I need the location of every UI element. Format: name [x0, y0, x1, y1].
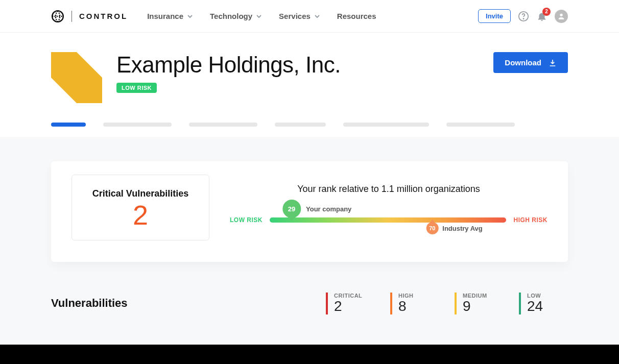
svg-point-3	[560, 13, 562, 16]
stat-low: LOW 24	[519, 293, 568, 314]
stat-critical: CRITICAL 2	[326, 293, 375, 314]
nav-item-resources[interactable]: Resources	[337, 12, 376, 20]
tab-placeholder[interactable]	[343, 123, 429, 127]
company-header: Example Holdings, Inc. LOW RISK Download	[0, 33, 619, 113]
critical-vuln-box: Critical Vulnerabilities 2	[72, 175, 209, 240]
top-nav: CONTROL Insurance Technology Services Re…	[0, 0, 619, 33]
avatar[interactable]	[555, 10, 568, 23]
logo-divider	[72, 11, 72, 22]
your-company-pin: 29	[282, 200, 301, 218]
help-icon[interactable]	[518, 11, 529, 22]
download-button[interactable]: Download	[493, 52, 568, 73]
rank-title: Your rank relative to 1.1 million organi…	[230, 184, 547, 195]
tab-placeholder[interactable]	[103, 123, 172, 127]
tab-active[interactable]	[51, 123, 86, 127]
main-nav: Insurance Technology Services Resources	[147, 12, 376, 20]
nav-item-insurance[interactable]: Insurance	[147, 12, 193, 20]
bottom-crop	[0, 345, 619, 364]
industry-avg-marker: 70 Industry Avg	[426, 222, 483, 234]
nav-item-services[interactable]: Services	[279, 12, 320, 20]
logo-icon	[51, 10, 64, 23]
download-icon	[549, 59, 557, 67]
stat-value: 2	[334, 299, 375, 314]
company-name: Example Holdings, Inc.	[116, 52, 341, 78]
critical-vuln-count: 2	[87, 201, 194, 229]
vulnerabilities-title: Vulnerabilities	[51, 297, 128, 310]
high-risk-label: HIGH RISK	[513, 216, 547, 224]
logo-group[interactable]: CONTROL	[51, 10, 128, 23]
nav-item-technology[interactable]: Technology	[210, 12, 261, 20]
company-title-block: Example Holdings, Inc. LOW RISK	[116, 52, 341, 93]
industry-avg-label: Industry Avg	[442, 225, 483, 232]
tab-placeholder[interactable]	[189, 123, 257, 127]
stat-high: HIGH 8	[390, 293, 439, 314]
notifications-icon[interactable]: 2	[536, 11, 547, 22]
chevron-down-icon	[315, 14, 320, 19]
risk-badge: LOW RISK	[116, 83, 157, 93]
risk-gauge: 29 Your company 70 Industry Avg	[270, 209, 506, 231]
industry-avg-pin: 70	[426, 222, 438, 234]
summary-card: Critical Vulnerabilities 2 Your rank rel…	[51, 161, 568, 262]
content-area: Critical Vulnerabilities 2 Your rank rel…	[0, 137, 619, 364]
user-icon	[557, 12, 565, 20]
header-controls: Invite 2	[478, 9, 568, 23]
notification-badge: 2	[542, 8, 551, 16]
vulnerabilities-section: Vulnerabilities CRITICAL 2 HIGH 8 MEDIUM…	[51, 293, 568, 314]
company-logo	[51, 52, 102, 103]
chevron-down-icon	[256, 14, 261, 19]
rank-panel: Your rank relative to 1.1 million organi…	[230, 184, 547, 231]
low-risk-label: LOW RISK	[230, 216, 263, 224]
svg-point-2	[523, 18, 523, 18]
tab-row	[0, 113, 619, 137]
invite-button[interactable]: Invite	[478, 9, 511, 23]
tab-placeholder[interactable]	[275, 123, 326, 127]
nav-label: Resources	[337, 12, 376, 20]
download-label: Download	[505, 58, 541, 67]
nav-label: Technology	[210, 12, 252, 20]
chevron-down-icon	[187, 14, 193, 19]
nav-label: Services	[279, 12, 311, 20]
vulnerability-stats: CRITICAL 2 HIGH 8 MEDIUM 9 LOW 24	[326, 293, 568, 314]
stat-value: 24	[527, 299, 568, 314]
stat-value: 9	[463, 299, 504, 314]
stat-medium: MEDIUM 9	[455, 293, 504, 314]
your-company-marker: 29 Your company	[282, 200, 351, 218]
tab-placeholder[interactable]	[446, 123, 515, 127]
stat-value: 8	[398, 299, 439, 314]
risk-gauge-row: LOW RISK 29 Your company 70	[230, 209, 547, 231]
your-company-label: Your company	[306, 205, 351, 213]
brand-text: CONTROL	[79, 12, 128, 20]
critical-vuln-label: Critical Vulnerabilities	[87, 188, 194, 199]
nav-label: Insurance	[147, 12, 183, 20]
